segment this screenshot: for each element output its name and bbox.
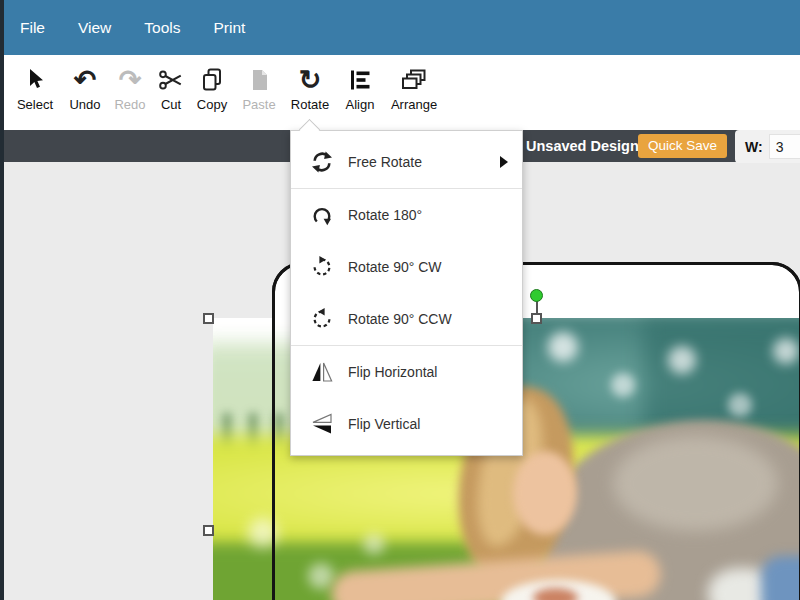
photo-woman-arm — [330, 550, 662, 600]
cursor-icon — [23, 65, 47, 95]
rotate-180-label: Rotate 180° — [348, 207, 422, 223]
paste-button[interactable]: Paste — [233, 65, 285, 123]
selection-handle-top-left[interactable] — [203, 313, 214, 324]
photo-orange-foliage — [678, 463, 800, 558]
menu-tools[interactable]: Tools — [144, 19, 180, 37]
paste-icon — [247, 65, 271, 95]
scissors-icon — [158, 65, 184, 95]
menu-item-rotate-90-cw[interactable]: Rotate 90° CW — [291, 241, 522, 293]
rotate-90-cw-label: Rotate 90° CW — [348, 259, 442, 275]
rotation-handle[interactable] — [530, 289, 543, 302]
menu-file[interactable]: File — [20, 19, 45, 37]
photo-woman-sweater-highlight — [613, 436, 778, 531]
width-field-label: W: — [745, 139, 763, 155]
arrange-icon — [401, 65, 427, 95]
copy-label: Copy — [197, 97, 227, 112]
copy-button[interactable]: Copy — [186, 65, 238, 123]
flip-horizontal-label: Flip Horizontal — [348, 364, 437, 380]
width-field-group: W: — [735, 130, 800, 163]
menu-item-flip-horizontal[interactable]: Flip Horizontal — [291, 346, 522, 398]
menu-view[interactable]: View — [78, 19, 111, 37]
align-icon — [348, 65, 372, 95]
undo-icon: ↶ — [74, 65, 97, 95]
photo-child-figure — [708, 568, 778, 600]
photo-food — [533, 588, 578, 600]
menu-print[interactable]: Print — [214, 19, 246, 37]
align-label: Align — [346, 97, 375, 112]
rotate-dropdown-menu: Free Rotate Rotate 180° Rotate 90° CW Ro… — [290, 130, 523, 456]
photo-grass-region — [213, 543, 478, 600]
photo-woman-sweater — [543, 420, 800, 600]
menu-item-rotate-90-ccw[interactable]: Rotate 90° CCW — [291, 293, 522, 345]
selection-handle-top-center[interactable] — [531, 313, 542, 324]
photo-woman-face — [513, 451, 577, 535]
rotate-button[interactable]: ↻ Rotate — [284, 65, 336, 123]
submenu-arrow-icon — [500, 156, 508, 168]
menu-item-free-rotate[interactable]: Free Rotate — [291, 136, 522, 188]
flip-vertical-label: Flip Vertical — [348, 416, 420, 432]
align-button[interactable]: Align — [334, 65, 386, 123]
menu-item-rotate-180[interactable]: Rotate 180° — [291, 189, 522, 241]
select-button[interactable]: Select — [9, 65, 61, 123]
free-rotate-label: Free Rotate — [348, 154, 422, 170]
photo-plate — [501, 580, 616, 600]
photo-orange-foliage-2 — [713, 533, 800, 593]
redo-label: Redo — [114, 97, 145, 112]
rotate-label: Rotate — [291, 97, 329, 112]
quick-save-button[interactable]: Quick Save — [638, 134, 727, 158]
rotate-90-cw-icon — [309, 254, 335, 280]
free-rotate-icon — [309, 149, 335, 175]
undo-label: Undo — [69, 97, 100, 112]
menu-item-flip-vertical[interactable]: Flip Vertical — [291, 398, 522, 450]
cut-label: Cut — [161, 97, 181, 112]
design-editor-app: File View Tools Print Select ↶ Undo ↷ Re… — [0, 0, 800, 600]
photo-jeans — [761, 556, 800, 600]
rotation-handle-stem — [536, 301, 538, 313]
toolbar: Select ↶ Undo ↷ Redo Cut Copy Past — [0, 55, 800, 130]
width-input[interactable] — [769, 134, 800, 159]
left-edge-strip — [0, 0, 4, 600]
paste-label: Paste — [242, 97, 275, 112]
arrange-button[interactable]: Arrange — [385, 65, 443, 123]
menubar: File View Tools Print — [0, 0, 800, 55]
photo-teal-dark-patch — [643, 318, 800, 463]
flip-horizontal-icon — [309, 359, 335, 385]
rotate-icon: ↻ — [299, 65, 322, 95]
selection-handle-middle-left[interactable] — [203, 525, 214, 536]
unsaved-design-status: Unsaved Design — [526, 130, 639, 162]
rotate-90-ccw-label: Rotate 90° CCW — [348, 311, 452, 327]
select-label: Select — [17, 97, 53, 112]
arrange-label: Arrange — [391, 97, 437, 112]
redo-icon: ↷ — [119, 65, 142, 95]
rotate-180-icon — [309, 202, 335, 228]
copy-icon — [200, 65, 224, 95]
rotate-90-ccw-icon — [309, 306, 335, 332]
flip-vertical-icon — [309, 411, 335, 437]
